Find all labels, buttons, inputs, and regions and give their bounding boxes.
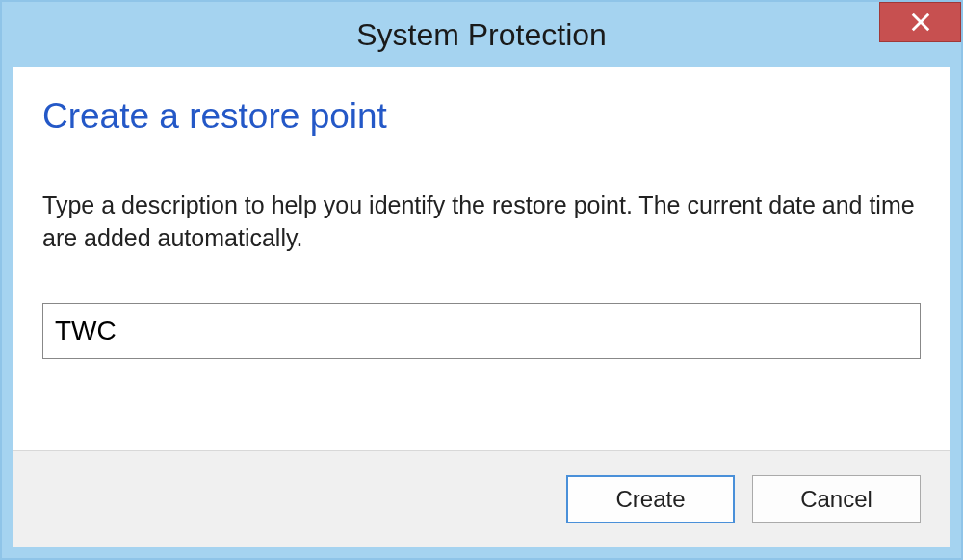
restore-point-name-input[interactable] xyxy=(42,303,921,359)
close-button[interactable] xyxy=(879,2,961,42)
cancel-button[interactable]: Cancel xyxy=(752,475,921,523)
create-button[interactable]: Create xyxy=(566,475,735,523)
window-title: System Protection xyxy=(356,17,607,53)
close-icon xyxy=(910,12,931,33)
content-area: Create a restore point Type a descriptio… xyxy=(13,67,950,547)
titlebar: System Protection xyxy=(2,2,961,67)
main-content: Create a restore point Type a descriptio… xyxy=(13,67,950,450)
dialog-window: System Protection Create a restore point… xyxy=(0,0,963,560)
button-bar: Create Cancel xyxy=(13,450,950,547)
window-bottom-border xyxy=(2,547,961,558)
dialog-heading: Create a restore point xyxy=(42,96,921,137)
dialog-description: Type a description to help you identify … xyxy=(42,190,921,255)
